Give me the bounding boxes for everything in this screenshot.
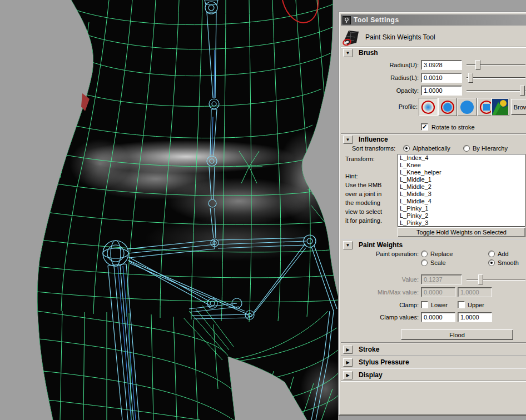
- tool-name: Paint Skin Weights Tool: [365, 33, 435, 41]
- clamp-values-label: Clamp values:: [342, 314, 419, 321]
- min-value-field: 0.0000: [421, 287, 455, 297]
- file-image-icon: [492, 99, 508, 115]
- rotate-to-stroke-label: Rotate to stroke: [431, 124, 475, 131]
- sort-by-hierarchy-radio[interactable]: [463, 145, 470, 152]
- operation-replace-label: Replace: [430, 251, 453, 257]
- flood-button[interactable]: Flood: [401, 329, 513, 340]
- browse-button[interactable]: Browse: [511, 99, 526, 115]
- sort-transforms-label: Sort transforms:: [352, 145, 395, 152]
- clamp-max-field[interactable]: 1.0000: [458, 312, 492, 322]
- radius-u-label: Radius(U):: [342, 62, 419, 68]
- section-influence: ▼ Influence: [343, 135, 388, 144]
- transform-label: Transform:: [345, 156, 375, 162]
- section-paint-weights: ▼ Paint Weights: [343, 241, 403, 249]
- profile-gaussian-button[interactable]: [419, 98, 438, 116]
- stroke-header-label: Stroke: [359, 346, 379, 353]
- rotate-to-stroke-checkbox[interactable]: ✓: [421, 123, 428, 131]
- clamp-lower-label: Lower: [431, 302, 448, 308]
- window-icon: [343, 16, 351, 24]
- expand-stroke-button[interactable]: ▶: [343, 346, 353, 354]
- clamp-label: Clamp:: [342, 302, 419, 308]
- list-item[interactable]: L_Pinky_1: [398, 205, 525, 212]
- section-display[interactable]: ▶ Display: [341, 369, 526, 381]
- profile-label: Profile:: [341, 103, 418, 110]
- influence-header-label: Influence: [359, 136, 388, 143]
- tool-settings-panel: Tool Settings Paint Skin Weights Tool ▼ …: [338, 0, 526, 420]
- list-item[interactable]: L_Middle_4: [398, 198, 525, 205]
- divider: [341, 342, 526, 343]
- list-item[interactable]: L_Middle_2: [398, 183, 525, 191]
- sort-by-hierarchy-label: By Hierarchy: [473, 145, 508, 152]
- maya-workspace: Tool Settings Paint Skin Weights Tool ▼ …: [0, 0, 526, 420]
- list-item[interactable]: L_Middle_1: [398, 176, 525, 183]
- radius-l-label: Radius(L):: [342, 74, 419, 81]
- clamp-upper-checkbox[interactable]: [458, 301, 465, 308]
- profile-image-button[interactable]: [491, 98, 509, 116]
- radius-l-field[interactable]: 0.0010: [421, 73, 462, 83]
- radius-u-slider[interactable]: [467, 60, 525, 70]
- opacity-field[interactable]: 1.0000: [421, 86, 462, 96]
- section-stroke[interactable]: ▶ Stroke: [341, 344, 526, 355]
- stylus-pressure-header-label: Stylus Pressure: [359, 358, 409, 366]
- opacity-label: Opacity:: [342, 87, 419, 94]
- list-item[interactable]: L_Index_4: [398, 154, 525, 162]
- clamp-lower-checkbox[interactable]: [421, 301, 428, 308]
- section-brush: ▼ Brush: [343, 48, 378, 57]
- divider: [341, 133, 526, 134]
- clamp-min-field[interactable]: 0.0000: [421, 312, 455, 322]
- expand-stylus-pressure-button[interactable]: ▶: [343, 358, 353, 367]
- radius-l-slider[interactable]: [467, 73, 525, 83]
- list-item[interactable]: L_Knee: [398, 162, 525, 169]
- titlebar[interactable]: Tool Settings: [341, 14, 526, 26]
- divider: [341, 355, 526, 356]
- max-value-field: 1.0000: [458, 287, 492, 297]
- divider: [341, 381, 526, 382]
- operation-smooth-label: Smooth: [498, 259, 519, 266]
- operation-add-radio[interactable]: [488, 251, 495, 257]
- operation-smooth-radio[interactable]: [488, 259, 495, 266]
- minmax-value-label: Min/Max value:: [342, 289, 419, 296]
- brush-header-label: Brush: [359, 49, 378, 57]
- paint-skin-weights-icon: [342, 28, 360, 46]
- profile-soft-button[interactable]: [438, 98, 457, 116]
- list-item[interactable]: L_Pinky_2: [398, 212, 525, 219]
- divider: [341, 368, 526, 369]
- paint-operation-label: Paint operation:: [342, 251, 419, 257]
- list-item[interactable]: L_Pinky_3: [398, 219, 525, 227]
- operation-scale-label: Scale: [430, 259, 446, 266]
- tool-header: Paint Skin Weights Tool: [342, 28, 435, 47]
- profile-solid-button[interactable]: [458, 98, 477, 116]
- wireframe-model: [0, 0, 338, 420]
- list-item[interactable]: L_Knee_helper: [398, 169, 525, 176]
- sort-alphabetically-label: Alphabetically: [413, 145, 450, 152]
- list-item[interactable]: L_Middle_3: [398, 191, 525, 198]
- opacity-slider[interactable]: [467, 86, 525, 96]
- collapse-influence-button[interactable]: ▼: [343, 136, 353, 144]
- expand-display-button[interactable]: ▶: [343, 371, 353, 379]
- value-field: 0.1237: [421, 274, 462, 284]
- sort-alphabetically-radio[interactable]: [403, 145, 410, 152]
- paint-weights-header-label: Paint Weights: [359, 241, 403, 249]
- hint-text: Hint: Use the RMB over a joint in the mo…: [345, 172, 382, 225]
- value-slider[interactable]: [467, 274, 525, 284]
- radius-u-field[interactable]: 3.0928: [421, 60, 462, 70]
- collapse-brush-button[interactable]: ▼: [343, 49, 353, 57]
- window-title: Tool Settings: [354, 16, 399, 24]
- operation-add-label: Add: [498, 251, 509, 257]
- clamp-upper-label: Upper: [468, 302, 484, 308]
- value-label: Value:: [342, 276, 419, 283]
- divider: [341, 239, 526, 240]
- tool-settings-window: Tool Settings Paint Skin Weights Tool ▼ …: [339, 12, 526, 416]
- section-stylus-pressure[interactable]: ▶ Stylus Pressure: [341, 357, 526, 368]
- operation-replace-radio[interactable]: [421, 251, 428, 257]
- display-header-label: Display: [359, 371, 383, 379]
- viewport-3d[interactable]: [0, 0, 338, 420]
- divider: [341, 47, 526, 48]
- toggle-hold-weights-button[interactable]: Toggle Hold Weights on Selected: [398, 227, 525, 237]
- operation-scale-radio[interactable]: [421, 259, 428, 266]
- transform-list[interactable]: L_Index_4 L_Knee L_Knee_helper L_Middle_…: [398, 154, 525, 227]
- collapse-paint-weights-button[interactable]: ▼: [343, 241, 353, 249]
